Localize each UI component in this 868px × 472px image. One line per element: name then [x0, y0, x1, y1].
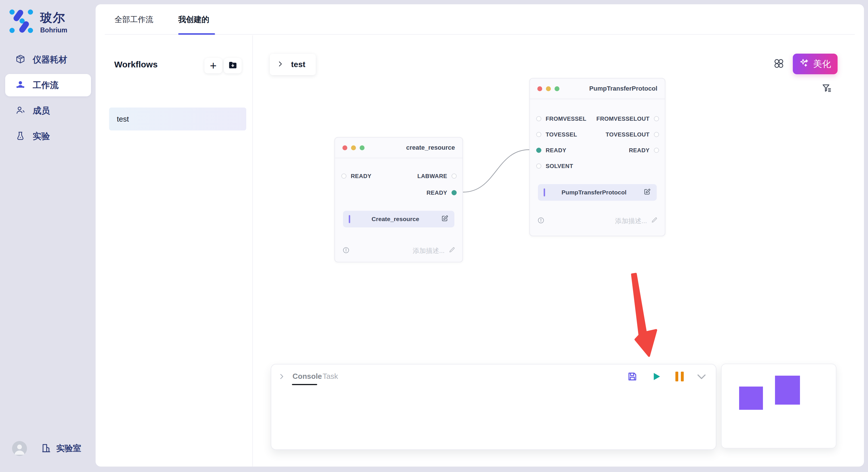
edit-icon[interactable] — [643, 188, 651, 197]
port-row: READY LABWARE — [335, 172, 462, 180]
sidebar-item-label: 实验 — [33, 131, 50, 142]
node-action-pill[interactable]: PumpTransferProtocol — [538, 184, 657, 201]
members-icon — [16, 105, 25, 116]
main-panel: 全部工作流 我创建的 Workflows + test — [96, 4, 864, 467]
chevron-right-icon — [277, 61, 284, 69]
port-row: TOVESSEL TOVESSELOUT — [530, 131, 665, 138]
bohrium-logo-icon — [9, 9, 34, 35]
run-icon[interactable] — [650, 370, 662, 383]
node-header: create_resource — [335, 138, 462, 158]
traffic-dots — [537, 86, 559, 91]
minimap-node — [775, 376, 800, 405]
workflow-item-name: test — [117, 115, 129, 124]
tab-created-by-me[interactable]: 我创建的 — [178, 4, 209, 35]
output-port[interactable] — [654, 116, 659, 121]
beautify-button[interactable]: 美化 — [793, 54, 838, 74]
package-icon — [16, 54, 25, 65]
folder-download-icon — [228, 60, 238, 71]
lab-switcher[interactable]: 实验室 — [41, 442, 81, 454]
node-footer: 添加描述... — [342, 246, 456, 255]
console-tab-underline — [292, 384, 317, 385]
beautify-label: 美化 — [813, 58, 831, 70]
input-port[interactable] — [536, 132, 541, 137]
layout-grid-icon[interactable] — [772, 57, 785, 70]
input-port[interactable] — [536, 116, 541, 121]
sidebar-item-label: 仪器耗材 — [33, 54, 67, 66]
sidebar: 玻尔 Bohrium 仪器耗材 工作 — [0, 0, 96, 472]
pencil-icon — [651, 216, 658, 225]
input-port[interactable] — [341, 173, 346, 179]
sparkles-icon — [799, 58, 809, 70]
sidebar-item-label: 工作流 — [33, 79, 59, 91]
node-footer: 添加描述... — [537, 216, 658, 225]
description-placeholder[interactable]: 添加描述... — [413, 246, 456, 255]
port-row: READY — [335, 189, 462, 197]
panel-expand-icon[interactable] — [275, 370, 288, 383]
tab-console[interactable]: Console — [292, 372, 322, 381]
input-port-connected[interactable] — [536, 148, 541, 153]
output-port[interactable] — [654, 132, 659, 137]
workflow-list-item[interactable]: test — [109, 107, 246, 131]
brand-text: 玻尔 Bohrium — [40, 10, 67, 34]
node-title: PumpTransferProtocol — [589, 85, 657, 92]
edit-icon[interactable] — [441, 214, 448, 224]
workflow-canvas[interactable]: test 美化 — [253, 35, 864, 467]
breadcrumb[interactable]: test — [270, 54, 316, 75]
brand-subtitle: Bohrium — [40, 26, 67, 34]
node-action-pill[interactable]: Create_resource — [343, 211, 454, 227]
annotation-arrow — [632, 274, 656, 356]
building-icon — [41, 442, 52, 454]
workflows-title: Workflows — [114, 60, 158, 69]
output-port-connected[interactable] — [452, 190, 457, 195]
console-panel: Console Task — [271, 364, 716, 450]
brand-title: 玻尔 — [40, 10, 67, 26]
pause-icon[interactable] — [673, 370, 686, 383]
port-row: SOLVENT — [530, 162, 665, 170]
workflows-panel: Workflows + test — [96, 35, 253, 467]
filter-icon[interactable] — [820, 82, 833, 94]
collapse-icon[interactable] — [695, 370, 708, 383]
sidebar-item-label: 成员 — [33, 105, 50, 117]
info-icon[interactable] — [537, 217, 545, 225]
sidebar-nav: 仪器耗材 工作流 成员 — [5, 48, 91, 150]
pencil-icon — [448, 246, 456, 255]
add-workflow-button[interactable]: + — [205, 58, 222, 73]
minimap[interactable] — [721, 364, 836, 448]
save-icon[interactable] — [626, 370, 639, 383]
sidebar-item-members[interactable]: 成员 — [5, 100, 91, 122]
output-port[interactable] — [452, 173, 457, 179]
lab-label: 实验室 — [56, 443, 81, 454]
node-create-resource[interactable]: create_resource READY LABWARE READY Crea… — [334, 137, 463, 262]
port-row: FROMVESSEL FROMVESSELOUT — [530, 115, 665, 123]
node-title: create_resource — [406, 144, 455, 151]
top-tabbar — [105, 4, 855, 35]
bohrium-workflow-app: 玻尔 Bohrium 仪器耗材 工作 — [0, 0, 868, 472]
description-placeholder[interactable]: 添加描述... — [615, 216, 658, 225]
sidebar-item-workflow[interactable]: 工作流 — [5, 74, 91, 96]
sidebar-item-experiments[interactable]: 实验 — [5, 125, 91, 147]
traffic-dots — [342, 145, 365, 150]
active-tab-underline — [178, 33, 215, 35]
input-port[interactable] — [536, 164, 541, 169]
experiment-icon — [16, 131, 25, 142]
tab-all-workflows[interactable]: 全部工作流 — [115, 4, 153, 35]
tab-task[interactable]: Task — [322, 372, 338, 381]
workflow-icon — [16, 80, 25, 91]
info-icon[interactable] — [342, 247, 350, 255]
node-header: PumpTransferProtocol — [530, 78, 665, 99]
user-avatar[interactable] — [12, 441, 27, 456]
output-port[interactable] — [654, 148, 659, 153]
brand-logo[interactable]: 玻尔 Bohrium — [9, 9, 67, 35]
breadcrumb-label: test — [291, 60, 305, 69]
minimap-node — [739, 386, 763, 410]
sidebar-footer: 实验室 — [12, 441, 81, 456]
port-row: READY READY — [530, 146, 665, 154]
sidebar-item-instruments[interactable]: 仪器耗材 — [5, 48, 91, 71]
import-folder-button[interactable] — [224, 58, 242, 73]
node-pump-transfer-protocol[interactable]: PumpTransferProtocol FROMVESSEL FROMVESS… — [529, 78, 665, 236]
